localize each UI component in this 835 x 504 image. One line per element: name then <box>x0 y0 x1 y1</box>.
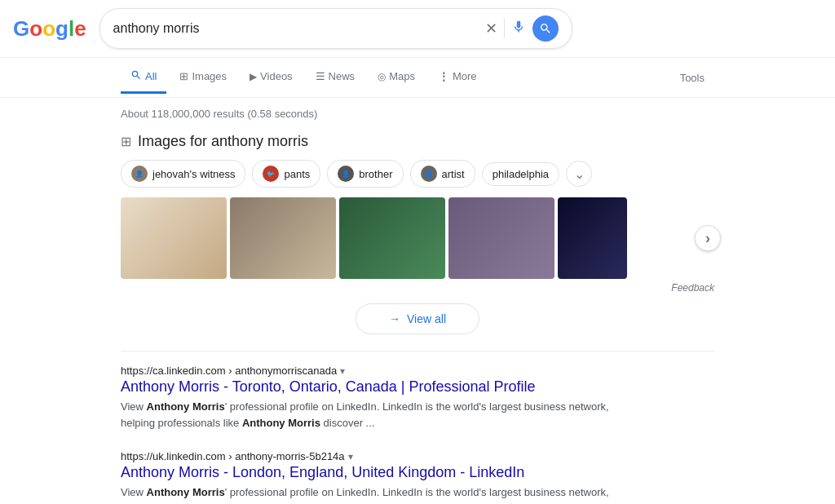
arrow-right-icon: → <box>389 312 400 325</box>
image-thumb-3[interactable] <box>339 197 445 279</box>
news-icon: ☰ <box>316 70 325 82</box>
view-all-wrapper: → View all <box>121 303 714 334</box>
tools-button[interactable]: Tools <box>670 64 714 92</box>
tab-news[interactable]: ☰ News <box>306 62 365 93</box>
image-thumb-5[interactable] <box>558 197 627 279</box>
images-section: ⊞ Images for anthony morris 👤 jehovah's … <box>121 133 714 334</box>
result-1-url-line: https://ca.linkedin.com › anthonymorrisc… <box>121 365 714 377</box>
chevron-down-icon: ⌄ <box>574 166 585 182</box>
chip-label-jehovahs-witness: jehovah's witness <box>152 168 235 180</box>
tab-all[interactable]: All <box>121 61 166 94</box>
search-bar: anthony morris ✕ <box>99 8 572 49</box>
dots-icon: ⋮ <box>438 70 449 83</box>
filter-chips: 👤 jehovah's witness 🐦 pants 👤 brother 👤 … <box>121 160 714 188</box>
search-result-1: https://ca.linkedin.com › anthonymorrisc… <box>121 365 714 431</box>
result-2-url-line: https://uk.linkedin.com › anthony-morris… <box>121 450 714 462</box>
results-count: About 118,000,000 results (0.58 seconds) <box>121 108 714 120</box>
search-icon <box>130 69 142 83</box>
result-2-snippet: View Anthony Morris' professional profil… <box>121 484 610 504</box>
result-2-bold-1: Anthony Morris <box>147 486 225 498</box>
nav-tabs: All ⊞ Images ▶ Videos ☰ News ◎ Maps ⋮ Mo… <box>0 58 835 98</box>
search-clear-button[interactable]: ✕ <box>485 20 497 38</box>
chip-avatar-artist: 👤 <box>421 166 437 182</box>
main-content: About 118,000,000 results (0.58 seconds)… <box>0 98 835 504</box>
chip-label-brother: brother <box>359 168 392 180</box>
tab-videos[interactable]: ▶ Videos <box>240 62 303 93</box>
tab-videos-label: Videos <box>260 70 293 82</box>
chip-label-philadelphia: philadelphia <box>493 168 549 180</box>
chip-philadelphia[interactable]: philadelphia <box>482 162 559 186</box>
google-logo[interactable]: Google <box>13 18 86 39</box>
result-1-title[interactable]: Anthony Morris - Toronto, Ontario, Canad… <box>121 378 714 396</box>
images-title-row: ⊞ Images for anthony morris <box>121 133 714 150</box>
tab-all-label: All <box>145 70 157 82</box>
tab-images-label: Images <box>192 70 227 82</box>
divider <box>504 19 505 38</box>
images-section-title: Images for anthony morris <box>138 133 308 150</box>
image-thumb-2[interactable] <box>230 197 336 279</box>
chip-label-artist: artist <box>442 168 465 180</box>
result-1-snippet: View Anthony Morris' professional profil… <box>121 399 610 431</box>
result-1-bold-2: Anthony Morris <box>242 417 320 429</box>
header: Google anthony morris ✕ <box>0 0 835 58</box>
tab-more[interactable]: ⋮ More <box>428 62 487 94</box>
result-1-dropdown-arrow[interactable]: ▾ <box>340 365 345 377</box>
result-2-dropdown-arrow[interactable]: ▾ <box>348 451 353 462</box>
image-next-button[interactable]: › <box>695 225 721 251</box>
chip-artist[interactable]: 👤 artist <box>410 160 475 188</box>
map-pin-icon: ◎ <box>378 71 386 82</box>
tab-maps[interactable]: ◎ Maps <box>368 62 425 93</box>
divider <box>121 351 714 351</box>
images-icon: ⊞ <box>179 70 188 82</box>
feedback-label[interactable]: Feedback <box>121 282 714 294</box>
search-input[interactable]: anthony morris <box>113 21 479 36</box>
chip-avatar-brother: 👤 <box>338 166 354 182</box>
result-2-title[interactable]: Anthony Morris - London, England, United… <box>121 464 714 481</box>
mic-icon[interactable] <box>511 20 526 38</box>
result-1-bold-1: Anthony Morris <box>147 400 225 413</box>
chip-jehovahs-witness[interactable]: 👤 jehovah's witness <box>121 160 245 188</box>
chip-label-pants: pants <box>284 168 310 180</box>
result-2-url: https://uk.linkedin.com › anthony-morris… <box>121 450 345 462</box>
images-grid-icon: ⊞ <box>121 134 131 149</box>
chip-brother[interactable]: 👤 brother <box>327 160 403 188</box>
chevron-right-icon: › <box>705 230 710 247</box>
chip-avatar-jehovah: 👤 <box>131 166 148 182</box>
tab-maps-label: Maps <box>389 70 415 82</box>
result-1-url: https://ca.linkedin.com › anthonymorrisc… <box>121 365 337 377</box>
tab-images[interactable]: ⊞ Images <box>170 62 236 93</box>
chip-more-button[interactable]: ⌄ <box>566 161 592 187</box>
image-thumb-1[interactable] <box>121 197 227 279</box>
video-icon: ▶ <box>250 71 257 82</box>
image-thumbnails-wrapper: › <box>121 197 714 279</box>
tab-news-label: News <box>329 70 356 82</box>
view-all-button[interactable]: → View all <box>356 303 479 334</box>
search-result-2: https://uk.linkedin.com › anthony-morris… <box>121 450 714 504</box>
view-all-label: View all <box>407 312 446 325</box>
chip-avatar-pants: 🐦 <box>263 166 279 182</box>
tab-more-label: More <box>453 70 477 82</box>
search-button[interactable] <box>532 15 559 42</box>
image-thumb-4[interactable] <box>448 197 554 279</box>
image-strip <box>121 197 714 279</box>
search-results: https://ca.linkedin.com › anthonymorrisc… <box>121 365 714 504</box>
chip-pants[interactable]: 🐦 pants <box>252 160 320 188</box>
